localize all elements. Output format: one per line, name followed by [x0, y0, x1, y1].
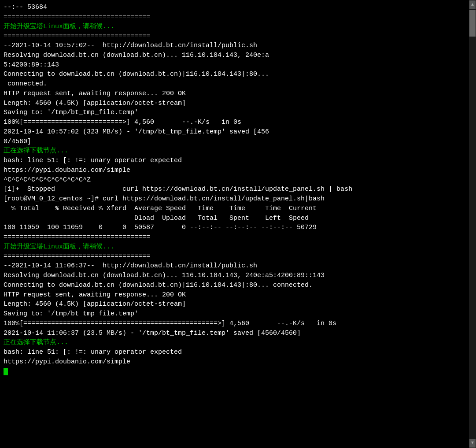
terminal-line: ===================================== [4, 252, 465, 262]
terminal-line: https://pypi.doubanio.com/simple [4, 357, 465, 367]
terminal-line: bash: line 51: [: !=: unary operator exp… [4, 348, 465, 357]
terminal-line: [1]+ Stopped curl https://download.bt.cn… [4, 185, 465, 194]
terminal-line: 正在选择下载节点... [4, 338, 465, 348]
terminal-line: 开始升级宝塔Linux面板，请稍候... [4, 242, 465, 252]
terminal-line: ===================================== [4, 31, 465, 41]
terminal-line: % Total % Received % Xferd Average Speed… [4, 204, 465, 214]
terminal-line: https://pypi.doubanio.com/simple [4, 166, 465, 175]
terminal-line: Connecting to download.bt.cn (download.b… [4, 281, 465, 290]
terminal-line: Saving to: '/tmp/bt_tmp_file.temp' [4, 309, 465, 319]
terminal-line: 100 11059 100 11059 0 0 50587 0 --:--:--… [4, 223, 465, 233]
terminal-line: 正在选择下载节点... [4, 146, 465, 156]
terminal-cursor [4, 368, 8, 375]
terminal-line: --2021-10-14 10:57:02-- http://download.… [4, 41, 465, 51]
terminal-line: --2021-10-14 11:06:37-- http://download.… [4, 261, 465, 271]
terminal-line: Connecting to download.bt.cn (download.b… [4, 70, 465, 79]
terminal-line: Saving to: '/tmp/bt_tmp_file.temp' [4, 108, 465, 118]
terminal-line: 5:4200:89::143 [4, 60, 465, 70]
terminal-line: Resolving download.bt.cn (download.bt.cn… [4, 271, 465, 281]
scrollbar-track: ▲ ▼ [469, 0, 476, 448]
terminal-cursor-line [4, 367, 465, 377]
terminal-line: ^C^C^C^C^C^C^C^C^C^C^Z [4, 175, 465, 185]
terminal-line: --:-- 53684 [4, 3, 465, 12]
terminal-line: Dload Upload Total Spent Left Speed [4, 214, 465, 223]
terminal-line: 100%[===================================… [4, 319, 465, 329]
terminal-line: 2021-10-14 10:57:02 (323 MB/s) - '/tmp/b… [4, 127, 465, 137]
terminal-line: connected. [4, 79, 465, 89]
terminal-line: ===================================== [4, 233, 465, 242]
scroll-up-button[interactable]: ▲ [469, 0, 476, 9]
terminal-line: HTTP request sent, awaiting response... … [4, 290, 465, 300]
terminal-line: ===================================== [4, 12, 465, 22]
terminal-line: Length: 4560 (4.5K) [application/octet-s… [4, 99, 465, 108]
terminal-line: 0/4560] [4, 137, 465, 147]
terminal-line: [root@VM_0_12_centos ~]# curl https://do… [4, 194, 465, 204]
terminal-line: Length: 4560 (4.5K) [application/octet-s… [4, 300, 465, 309]
terminal-line: 100%[=========================>] 4,560 -… [4, 118, 465, 127]
terminal-line: 2021-10-14 11:06:37 (23.5 MB/s) - '/tmp/… [4, 329, 465, 338]
terminal-line: HTTP request sent, awaiting response... … [4, 89, 465, 99]
terminal-line: bash: line 51: [: !=: unary operator exp… [4, 156, 465, 166]
terminal[interactable]: --:-- 53684=============================… [0, 0, 469, 448]
terminal-line: 开始升级宝塔Linux面板，请稍候... [4, 22, 465, 32]
scroll-down-button[interactable]: ▼ [469, 439, 476, 448]
terminal-line: Resolving download.bt.cn (download.bt.cn… [4, 51, 465, 60]
scrollbar-thumb[interactable] [469, 10, 476, 37]
